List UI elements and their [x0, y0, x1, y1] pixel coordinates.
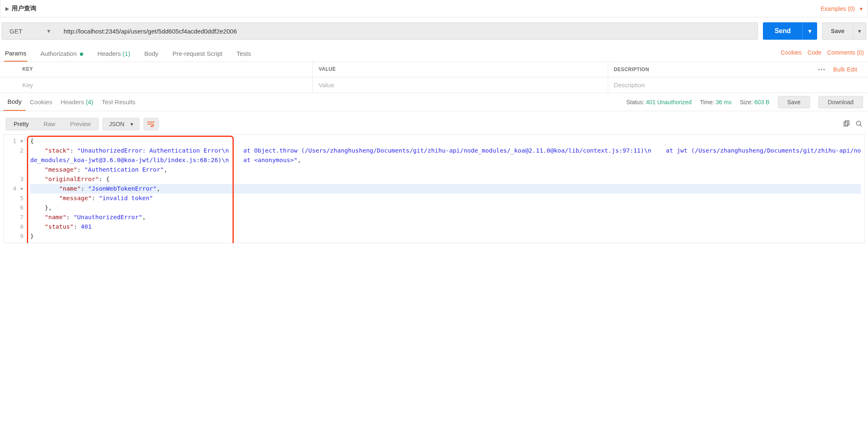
- param-value-input[interactable]: Value: [319, 81, 334, 88]
- download-response-button[interactable]: Download: [818, 96, 863, 108]
- tab-headers[interactable]: Headers (1): [96, 48, 131, 61]
- cookies-link[interactable]: Cookies: [781, 49, 802, 56]
- wrap-icon: [147, 121, 155, 127]
- url-value: http://localhost:2345/api/users/get/5dd6…: [64, 28, 237, 35]
- url-input[interactable]: http://localhost:2345/api/users/get/5dd6…: [58, 22, 758, 40]
- tab-body[interactable]: Body: [144, 48, 159, 61]
- collapse-icon[interactable]: ▶: [5, 6, 9, 12]
- save-button[interactable]: Save ▾: [822, 22, 866, 40]
- comments-link[interactable]: Comments (0): [827, 49, 864, 56]
- auth-active-dot-icon: [80, 53, 83, 56]
- response-tabs: Body Cookies Headers (4) Test Results St…: [0, 93, 868, 111]
- view-mode-group: Pretty Raw Preview: [6, 118, 98, 130]
- svg-line-3: [860, 125, 862, 127]
- chevron-down-icon: ▾: [47, 27, 50, 35]
- view-raw[interactable]: Raw: [36, 118, 63, 130]
- save-label: Save: [822, 28, 853, 34]
- param-desc-input[interactable]: Description: [614, 81, 645, 88]
- examples-caret-icon[interactable]: ▾: [860, 5, 863, 12]
- resp-tab-cookies[interactable]: Cookies: [26, 93, 56, 110]
- response-body-viewer[interactable]: 1 ▾2 34 ▾5678910 { "stack": "Unauthorize…: [3, 134, 865, 243]
- format-bar: Pretty Raw Preview JSON▾: [0, 111, 868, 134]
- send-button[interactable]: Send ▾: [763, 22, 817, 40]
- http-method-value: GET: [10, 28, 22, 35]
- request-tabs: Params Authorization Headers (1) Body Pr…: [0, 43, 868, 62]
- resp-tab-body[interactable]: Body: [3, 93, 26, 111]
- examples-link[interactable]: Examples (0): [821, 5, 855, 12]
- svg-point-2: [856, 121, 861, 125]
- size-label: Size: 603 B: [740, 99, 770, 105]
- params-header-key: KEY: [0, 62, 312, 77]
- param-key-input[interactable]: Key: [22, 81, 33, 88]
- http-method-select[interactable]: GET ▾: [2, 22, 58, 40]
- svg-rect-1: [845, 121, 849, 125]
- svg-rect-0: [844, 122, 848, 126]
- resp-tab-tests[interactable]: Test Results: [98, 93, 140, 110]
- params-header-description: DESCRIPTION ••• Bulk Edit: [608, 62, 868, 77]
- more-icon[interactable]: •••: [818, 67, 826, 72]
- format-select[interactable]: JSON▾: [103, 118, 139, 130]
- request-title-bar: ▶ 用户查询 Examples (0) ▾: [0, 0, 868, 17]
- request-line: GET ▾ http://localhost:2345/api/users/ge…: [0, 17, 868, 43]
- copy-icon[interactable]: [843, 120, 850, 128]
- params-row-empty: Key Value Description: [0, 77, 868, 93]
- send-label: Send: [763, 27, 802, 35]
- tab-tests[interactable]: Tests: [236, 48, 252, 61]
- save-dropdown[interactable]: ▾: [853, 23, 866, 39]
- code-link[interactable]: Code: [808, 49, 821, 56]
- tab-params[interactable]: Params: [4, 47, 27, 62]
- view-pretty[interactable]: Pretty: [6, 118, 36, 130]
- tab-prerequest[interactable]: Pre-request Script: [172, 48, 223, 61]
- save-response-button[interactable]: Save: [778, 96, 810, 108]
- view-preview[interactable]: Preview: [63, 118, 98, 130]
- time-label: Time: 36 ms: [700, 99, 732, 105]
- request-name: 用户查询: [12, 5, 36, 12]
- params-header-value: VALUE: [312, 62, 607, 77]
- search-icon[interactable]: [856, 120, 862, 128]
- resp-tab-headers[interactable]: Headers (4): [56, 93, 97, 110]
- wrap-lines-button[interactable]: [144, 118, 158, 130]
- send-dropdown[interactable]: ▾: [802, 22, 817, 40]
- line-gutter: 1 ▾2 34 ▾5678910: [4, 135, 27, 243]
- bulk-edit-link[interactable]: Bulk Edit: [833, 66, 857, 73]
- status-label: Status: 401 Unauthorized: [626, 99, 692, 105]
- params-header-row: KEY VALUE DESCRIPTION ••• Bulk Edit: [0, 62, 868, 77]
- tab-authorization[interactable]: Authorization: [40, 48, 84, 61]
- chevron-down-icon: ▾: [130, 121, 133, 127]
